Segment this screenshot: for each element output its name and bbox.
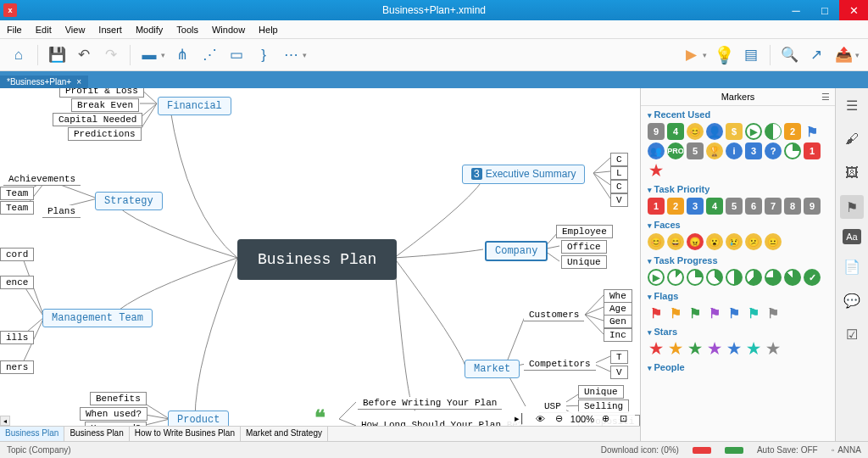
branch-mgmt[interactable]: Management Team (42, 309, 153, 327)
section-flags[interactable]: Flags (648, 291, 828, 301)
face-confused[interactable]: 😕 (745, 233, 762, 250)
marker-info[interactable]: i (726, 142, 743, 159)
central-topic[interactable]: Business Plan (237, 239, 397, 280)
flag-blue[interactable]: ⚑ (726, 304, 743, 321)
marker-2o[interactable]: 2 (784, 123, 801, 140)
node-achievements[interactable]: Achievements (3, 173, 81, 186)
star-red[interactable]: ★ (648, 340, 665, 357)
export-button[interactable]: 📤 (832, 43, 855, 67)
priority-4[interactable]: 4 (706, 198, 723, 215)
node-team1[interactable]: Team (0, 187, 34, 200)
node-predictions[interactable]: Predictions (68, 127, 142, 141)
progress-7[interactable] (784, 269, 801, 286)
node-capital[interactable]: Capital Needed (53, 113, 142, 126)
flag-purple[interactable]: ⚑ (706, 304, 723, 321)
redo-button[interactable]: ↷ (99, 43, 123, 67)
section-priority[interactable]: Task Priority (648, 184, 828, 194)
node-profit-loss[interactable]: Profit & Loss (59, 88, 144, 98)
face-smile[interactable]: 😊 (648, 233, 665, 250)
node-ex-l[interactable]: L (610, 166, 628, 180)
node-u1[interactable]: Unique (578, 385, 624, 399)
sheet-tab-2[interactable]: Business Plan (64, 427, 129, 441)
marker-person[interactable]: 👤 (706, 123, 723, 140)
topic-button[interactable]: ▬ (137, 43, 161, 67)
section-faces[interactable]: Faces (648, 220, 828, 230)
notes-tab[interactable]: 📄 (840, 254, 864, 278)
markers-tab[interactable]: ⚑ (840, 195, 864, 219)
flag-orange[interactable]: ⚑ (667, 304, 684, 321)
sheet-tab-4[interactable]: Market and Strategy (241, 427, 328, 441)
gantt-button[interactable]: ▤ (739, 43, 763, 67)
section-people[interactable]: People (648, 362, 828, 372)
star-purple[interactable]: ★ (706, 340, 723, 357)
node-cord[interactable]: cord (0, 248, 34, 261)
markers-menu-icon[interactable]: ☰ (821, 92, 830, 103)
star-green[interactable]: ★ (687, 340, 704, 357)
node-inc[interactable]: Inc (604, 328, 632, 342)
flag-green[interactable]: ⚑ (687, 304, 704, 321)
node-office[interactable]: Office (561, 240, 607, 254)
share-button[interactable]: ↗ (804, 43, 828, 67)
more-button[interactable]: ⋯ (279, 43, 303, 67)
node-benefits[interactable]: Benefits (90, 392, 147, 405)
star-gray[interactable]: ★ (765, 340, 782, 357)
progress-0[interactable]: ▶ (648, 269, 665, 286)
comments-tab[interactable]: 💬 (840, 288, 864, 312)
marker-pro[interactable]: PRO (667, 142, 684, 159)
marker-people[interactable]: 👥 (648, 142, 665, 159)
marker-smile[interactable]: 😊 (687, 123, 704, 140)
section-progress[interactable]: Task Progress (648, 255, 828, 265)
scroll-left-button[interactable]: ◂ (0, 416, 10, 426)
face-neutral[interactable]: 😐 (765, 233, 782, 250)
format-tab[interactable]: 🖌 (840, 127, 864, 151)
progress-2[interactable] (687, 269, 704, 286)
maximize-button[interactable]: □ (810, 0, 839, 20)
star-teal[interactable]: ★ (745, 340, 762, 357)
marker-star-red[interactable]: ★ (648, 162, 665, 179)
fit-button[interactable]: ⊡ (617, 413, 630, 424)
menu-help[interactable]: Help (252, 25, 285, 35)
progress-4[interactable] (726, 269, 743, 286)
horizontal-scrollbar[interactable]: ◂ (0, 416, 547, 426)
node-co2[interactable]: V (610, 366, 628, 379)
branch-exec[interactable]: 3Executive Summary (462, 165, 585, 184)
progress-6[interactable] (765, 269, 782, 286)
outline-tab[interactable]: ☰ (840, 93, 864, 117)
face-angry[interactable]: 😠 (687, 233, 704, 250)
node-plans[interactable]: Plans (42, 205, 81, 218)
text-tab[interactable]: Aa (843, 229, 861, 244)
progress-1[interactable] (667, 269, 684, 286)
face-laugh[interactable]: 😄 (667, 233, 684, 250)
node-ills[interactable]: ills (0, 331, 34, 344)
priority-9[interactable]: 9 (804, 198, 821, 215)
minimize-button[interactable]: ─ (782, 0, 810, 20)
node-customers[interactable]: Customers (524, 309, 584, 321)
marker-4[interactable]: 4 (667, 123, 684, 140)
view-mode-toggle[interactable]: ▸│ (512, 413, 528, 424)
marker-5g[interactable]: 5 (687, 142, 704, 159)
close-button[interactable]: ✕ (839, 0, 868, 20)
marker-trophy[interactable]: 🏆 (706, 142, 723, 159)
sheet-tab-3[interactable]: How to Write Busines Plan (130, 427, 241, 441)
menu-window[interactable]: Window (205, 25, 252, 35)
menu-edit[interactable]: Edit (29, 25, 58, 35)
document-tab[interactable]: *Business+Plan+ × (0, 75, 88, 88)
undo-button[interactable]: ↶ (72, 43, 96, 67)
relationship-button[interactable]: ⋰ (198, 43, 221, 67)
node-unique[interactable]: Unique (561, 255, 607, 269)
boundary-button[interactable]: ▭ (225, 43, 248, 67)
progress-done[interactable]: ✓ (804, 269, 821, 286)
node-gen[interactable]: Gen (604, 315, 632, 328)
marker-3b[interactable]: 3 (745, 142, 762, 159)
branch-financial[interactable]: Financial (158, 97, 231, 115)
mindmap-canvas[interactable]: Business Plan Financial Profit & Loss Br… (0, 88, 641, 441)
brainstorm-button[interactable]: 💡 (712, 43, 736, 67)
priority-8[interactable]: 8 (784, 198, 801, 215)
flag-teal[interactable]: ⚑ (745, 304, 762, 321)
branch-company[interactable]: Company (485, 241, 548, 261)
marker-dollar[interactable]: $ (726, 123, 743, 140)
node-employee[interactable]: Employee (556, 225, 613, 238)
status-autosave[interactable]: Auto Save: OFF (757, 445, 818, 455)
node-co1[interactable]: T (610, 350, 628, 364)
node-break-even[interactable]: Break Even (71, 98, 139, 112)
